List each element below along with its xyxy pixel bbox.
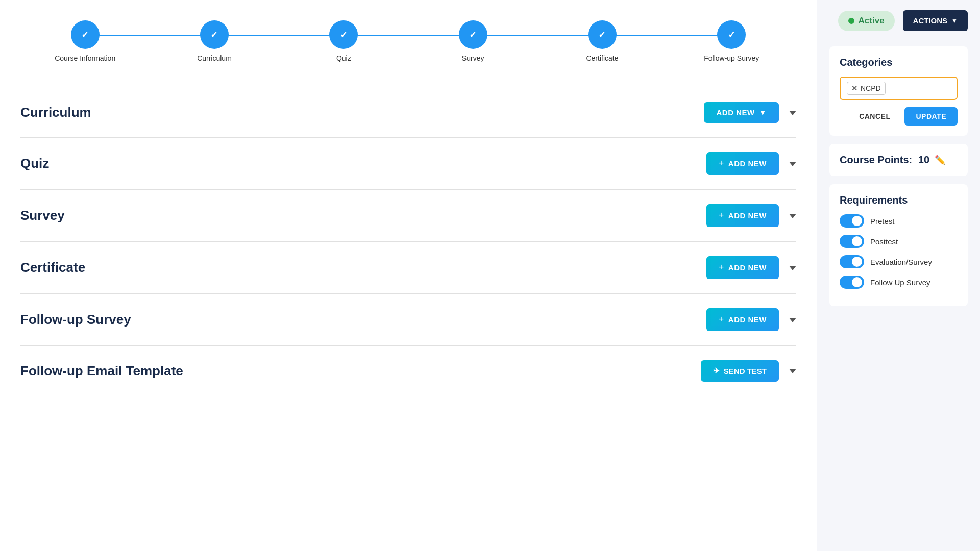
status-dot-icon (848, 18, 854, 24)
plus-icon: + (719, 314, 724, 325)
section-chevron-icon-3[interactable] (789, 263, 796, 272)
checkmark-icon: ✓ (728, 29, 736, 40)
stepper-label-1: Curriculum (197, 54, 232, 62)
add-new-label: ADD NEW (716, 108, 754, 117)
section-chevron-icon-0[interactable] (789, 108, 796, 117)
plus-icon: + (719, 262, 724, 273)
send-icon: ✈ (713, 366, 720, 375)
section-chevron-icon-4[interactable] (789, 315, 796, 324)
add-new-dropdown-button-0[interactable]: ADD NEW ▼ (704, 102, 779, 123)
section-right-4: + ADD NEW (706, 308, 796, 331)
send-test-button-5[interactable]: ✈ SEND TEST (701, 360, 779, 382)
stepper-label-4: Certificate (586, 54, 618, 62)
requirement-toggle-2[interactable] (840, 255, 864, 268)
stepper-circle-2: ✓ (329, 20, 358, 49)
add-new-label: ADD NEW (728, 159, 767, 168)
stepper-label-2: Quiz (336, 54, 351, 62)
section-row-2: Survey+ ADD NEW (20, 190, 796, 242)
status-bar: Active ACTIONS ▼ (829, 10, 968, 31)
section-chevron-icon-5[interactable] (789, 366, 796, 375)
section-chevron-icon-1[interactable] (789, 159, 796, 168)
course-points-row: Course Points: 10 ✏️ (840, 154, 958, 166)
section-title-5: Follow-up Email Template (20, 363, 183, 379)
section-title-3: Certificate (20, 260, 85, 276)
section-right-2: + ADD NEW (706, 204, 796, 227)
checkmark-icon: ✓ (598, 29, 606, 40)
course-points-card: Course Points: 10 ✏️ (829, 144, 968, 176)
requirements-card: Requirements Pretest Posttest Evaluation… (829, 184, 968, 306)
stepper-label-3: Survey (462, 54, 484, 62)
course-points-title: Course Points: 10 (840, 154, 929, 166)
section-title-0: Curriculum (20, 105, 91, 120)
section-right-5: ✈ SEND TEST (701, 360, 796, 382)
sidebar: Active ACTIONS ▼ Categories ✕ NCPD CANCE… (817, 0, 980, 551)
requirement-item-0: Pretest (840, 214, 958, 228)
section-title-4: Follow-up Survey (20, 312, 131, 328)
stepper-step-3[interactable]: ✓Survey (408, 20, 537, 62)
section-title-1: Quiz (20, 156, 49, 171)
send-test-label: SEND TEST (724, 367, 767, 375)
section-row-0: CurriculumADD NEW ▼ (20, 88, 796, 138)
update-button[interactable]: UPDATE (904, 107, 958, 126)
add-new-button-3[interactable]: + ADD NEW (706, 256, 779, 279)
sections-container: CurriculumADD NEW ▼Quiz+ ADD NEWSurvey+ … (20, 88, 796, 396)
section-row-4: Follow-up Survey+ ADD NEW (20, 294, 796, 346)
stepper-label-0: Course Information (55, 54, 115, 62)
add-new-button-4[interactable]: + ADD NEW (706, 308, 779, 331)
toggle-slider-2 (840, 255, 864, 268)
actions-chevron-icon: ▼ (951, 17, 958, 24)
requirement-item-1: Posttest (840, 235, 958, 248)
add-new-label: ADD NEW (728, 211, 767, 220)
stepper-circle-4: ✓ (588, 20, 617, 49)
requirement-label-1: Posttest (870, 237, 898, 246)
status-label: Active (859, 16, 885, 26)
cancel-button[interactable]: CANCEL (850, 107, 899, 126)
stepper-circle-3: ✓ (459, 20, 487, 49)
checkmark-icon: ✓ (469, 29, 477, 40)
requirement-toggle-3[interactable] (840, 276, 864, 289)
categories-card: Categories ✕ NCPD CANCEL UPDATE (829, 46, 968, 136)
section-row-1: Quiz+ ADD NEW (20, 138, 796, 190)
section-title-2: Survey (20, 208, 65, 223)
requirement-item-2: Evaluation/Survey (840, 255, 958, 268)
checkmark-icon: ✓ (340, 29, 348, 40)
actions-button[interactable]: ACTIONS ▼ (903, 10, 968, 31)
section-chevron-icon-2[interactable] (789, 211, 796, 220)
plus-icon: + (719, 158, 724, 169)
categories-title: Categories (840, 57, 958, 68)
stepper-circle-5: ✓ (717, 20, 746, 49)
tag-label: NCPD (861, 84, 881, 92)
section-row-3: Certificate+ ADD NEW (20, 242, 796, 294)
requirements-title: Requirements (840, 194, 958, 206)
section-row-5: Follow-up Email Template✈ SEND TEST (20, 346, 796, 396)
stepper-circle-1: ✓ (200, 20, 229, 49)
stepper-step-2[interactable]: ✓Quiz (279, 20, 408, 62)
dropdown-arrow-icon: ▼ (759, 108, 767, 117)
requirement-toggle-1[interactable] (840, 235, 864, 248)
checkmark-icon: ✓ (81, 29, 89, 40)
edit-icon[interactable]: ✏️ (935, 155, 946, 166)
toggle-slider-3 (840, 276, 864, 289)
categories-input-area[interactable]: ✕ NCPD (840, 77, 958, 100)
section-right-1: + ADD NEW (706, 152, 796, 175)
add-new-button-2[interactable]: + ADD NEW (706, 204, 779, 227)
section-right-0: ADD NEW ▼ (704, 102, 796, 123)
stepper-step-1[interactable]: ✓Curriculum (150, 20, 279, 62)
requirement-toggle-0[interactable] (840, 214, 864, 228)
status-active-badge: Active (838, 11, 895, 31)
tag-close-icon[interactable]: ✕ (851, 84, 857, 92)
add-new-button-1[interactable]: + ADD NEW (706, 152, 779, 175)
requirement-item-3: Follow Up Survey (840, 276, 958, 289)
section-right-3: + ADD NEW (706, 256, 796, 279)
toggle-slider-1 (840, 235, 864, 248)
requirement-label-3: Follow Up Survey (870, 278, 930, 287)
stepper-step-5[interactable]: ✓Follow-up Survey (667, 20, 796, 62)
stepper-circle-0: ✓ (71, 20, 100, 49)
plus-icon: + (719, 210, 724, 221)
checkmark-icon: ✓ (210, 29, 218, 40)
requirement-label-0: Pretest (870, 217, 895, 226)
stepper-step-0[interactable]: ✓Course Information (20, 20, 150, 62)
requirements-list: Pretest Posttest Evaluation/Survey Follo… (840, 214, 958, 289)
stepper-step-4[interactable]: ✓Certificate (537, 20, 667, 62)
add-new-label: ADD NEW (728, 315, 767, 324)
